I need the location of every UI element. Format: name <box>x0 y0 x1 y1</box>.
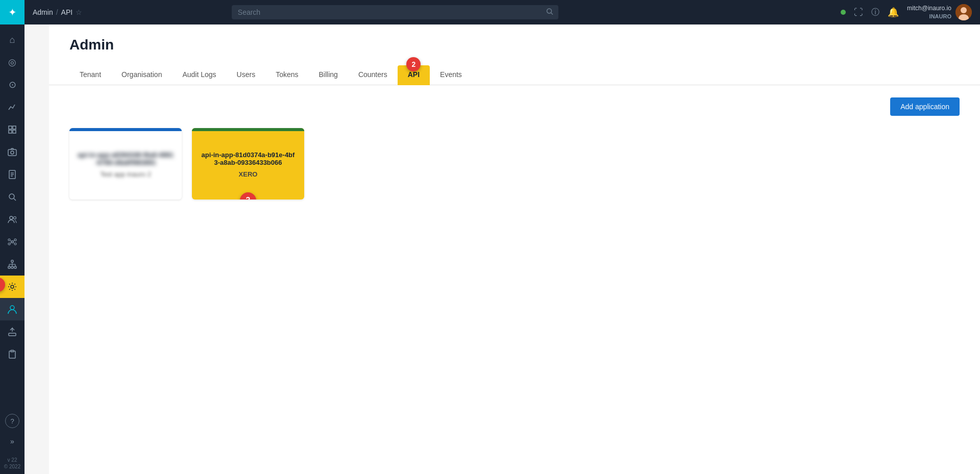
sidebar-item-report[interactable] <box>0 163 24 186</box>
sidebar-item-search2[interactable] <box>0 186 24 208</box>
content-header: Add application <box>69 97 960 116</box>
card1-app-id: api-in-app-a8394349-f6a8-4981-6768-d8a8f… <box>78 151 174 166</box>
card2-app-name: XERO <box>239 170 258 178</box>
svg-line-39 <box>551 13 553 15</box>
tab-tenant[interactable]: Tenant <box>69 65 111 85</box>
sidebar-item-grid[interactable] <box>0 118 24 141</box>
svg-rect-24 <box>8 266 10 268</box>
tabs-bar: Tenant Organisation Audit Logs Users Tok… <box>49 57 980 85</box>
breadcrumb-admin: Admin <box>33 8 53 16</box>
svg-rect-0 <box>9 126 12 129</box>
svg-point-13 <box>14 217 16 219</box>
user-org: INAURO <box>907 13 951 20</box>
tab-users[interactable]: Users <box>227 65 266 85</box>
topbar: Admin / API ☆ ⛶ ⓘ 🔔 mitch@inauro.io INAU… <box>24 0 980 24</box>
search-icon <box>546 8 553 17</box>
cards-grid: api-in-app-a8394349-f6a8-4981-6768-d8a8f… <box>69 128 960 199</box>
sidebar-item-location[interactable]: ◎ <box>0 51 24 73</box>
sidebar-bottom: ? » v 22 © 2022 <box>0 414 24 474</box>
svg-rect-23 <box>11 260 13 262</box>
tab-events[interactable]: Events <box>430 65 472 85</box>
version-text: v 22 © 2022 <box>4 457 20 470</box>
svg-rect-1 <box>13 126 16 129</box>
sidebar-item-chart[interactable] <box>0 96 24 118</box>
svg-point-15 <box>8 239 10 241</box>
svg-point-5 <box>11 151 14 154</box>
step1-badge: 1 <box>0 278 5 292</box>
sidebar-item-help[interactable]: ? <box>5 414 19 428</box>
notification-icon[interactable]: 🔔 <box>888 7 899 18</box>
tab-counters[interactable]: Counters <box>348 65 398 85</box>
svg-rect-2 <box>9 130 12 133</box>
breadcrumb-api: API <box>61 8 73 16</box>
tab-audit-logs[interactable]: Audit Logs <box>172 65 226 85</box>
info-icon[interactable]: ⓘ <box>871 7 879 18</box>
sidebar-nav: ⌂ ◎ ⊙ 1 <box>0 24 24 414</box>
card2-app-id: api-in-app-81d0374a-b91e-4bf3-a8ab-09336… <box>200 151 296 166</box>
svg-point-41 <box>961 7 967 13</box>
svg-line-21 <box>10 242 11 243</box>
search-input[interactable] <box>232 5 558 19</box>
user-details: mitch@inauro.io INAURO <box>907 5 951 20</box>
sidebar-item-upload[interactable] <box>0 320 24 343</box>
page-title: Admin <box>69 37 960 53</box>
sidebar-logo[interactable]: ✦ <box>0 0 24 24</box>
tab-organisation[interactable]: Organisation <box>111 65 172 85</box>
app-card-1[interactable]: api-in-app-a8394349-f6a8-4981-6768-d8a8f… <box>69 128 182 199</box>
user-email: mitch@inauro.io <box>907 5 951 13</box>
card2-body: api-in-app-81d0374a-b91e-4bf3-a8ab-09336… <box>192 131 304 197</box>
svg-rect-3 <box>13 130 16 133</box>
svg-point-18 <box>14 243 16 245</box>
tab-api[interactable]: API 2 <box>398 65 430 85</box>
tab-tokens[interactable]: Tokens <box>265 65 308 85</box>
svg-line-20 <box>13 240 14 241</box>
svg-point-12 <box>10 216 13 219</box>
svg-rect-25 <box>11 266 13 268</box>
add-application-button[interactable]: Add application <box>890 97 960 116</box>
sidebar-item-camera[interactable] <box>0 141 24 163</box>
svg-point-10 <box>9 194 14 199</box>
main-content: Admin Tenant Organisation Audit Logs Use… <box>49 24 980 474</box>
svg-line-19 <box>10 240 11 241</box>
svg-rect-26 <box>14 266 16 268</box>
sidebar-item-search[interactable]: ⊙ <box>0 73 24 96</box>
sidebar: ✦ ⌂ ◎ ⊙ 1 <box>0 0 24 474</box>
svg-rect-34 <box>9 333 16 336</box>
avatar <box>955 4 972 20</box>
sidebar-item-collapse[interactable]: » <box>0 430 24 453</box>
topbar-right: ⛶ ⓘ 🔔 mitch@inauro.io INAURO <box>841 4 972 20</box>
sidebar-item-network[interactable] <box>0 231 24 253</box>
svg-point-14 <box>11 241 13 243</box>
svg-point-17 <box>8 243 10 245</box>
sidebar-item-user[interactable] <box>0 298 24 320</box>
page-header: Admin <box>49 24 980 53</box>
fullscreen-icon[interactable]: ⛶ <box>854 7 863 18</box>
svg-point-16 <box>14 239 16 241</box>
svg-rect-4 <box>8 149 16 156</box>
card1-body: api-in-app-a8394349-f6a8-4981-6768-d8a8f… <box>69 131 182 197</box>
svg-point-32 <box>11 285 14 288</box>
sidebar-item-home[interactable]: ⌂ <box>0 29 24 51</box>
svg-line-22 <box>13 242 14 243</box>
user-menu[interactable]: mitch@inauro.io INAURO <box>907 4 972 20</box>
breadcrumb: Admin / API ☆ <box>33 8 82 16</box>
svg-line-11 <box>14 198 16 201</box>
breadcrumb-sep: / <box>56 8 58 16</box>
app-card-2[interactable]: api-in-app-81d0374a-b91e-4bf3-a8ab-09336… <box>192 128 304 199</box>
status-dot <box>841 10 846 15</box>
tab-billing[interactable]: Billing <box>309 65 348 85</box>
sidebar-item-settings[interactable]: 1 <box>0 276 24 298</box>
sidebar-item-users[interactable] <box>0 208 24 231</box>
search-bar <box>232 5 558 19</box>
svg-point-33 <box>10 306 14 310</box>
svg-point-38 <box>547 9 551 13</box>
sidebar-item-tree[interactable] <box>0 253 24 276</box>
star-icon[interactable]: ☆ <box>76 8 82 16</box>
content-area: Add application api-in-app-a8394349-f6a8… <box>49 85 980 212</box>
card1-app-name: Test app inauro 2 <box>100 170 151 178</box>
step2-badge: 2 <box>406 57 421 71</box>
sidebar-item-clipboard[interactable] <box>0 343 24 365</box>
